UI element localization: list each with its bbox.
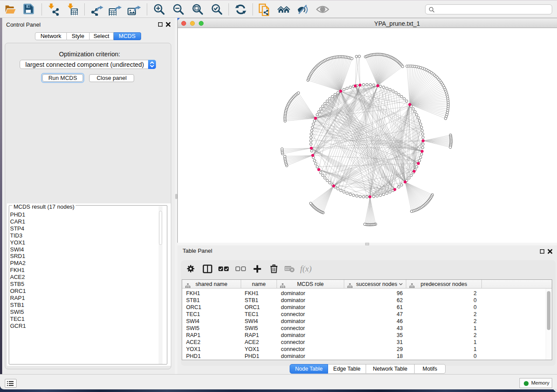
svg-text:f(x): f(x) [300, 264, 311, 274]
